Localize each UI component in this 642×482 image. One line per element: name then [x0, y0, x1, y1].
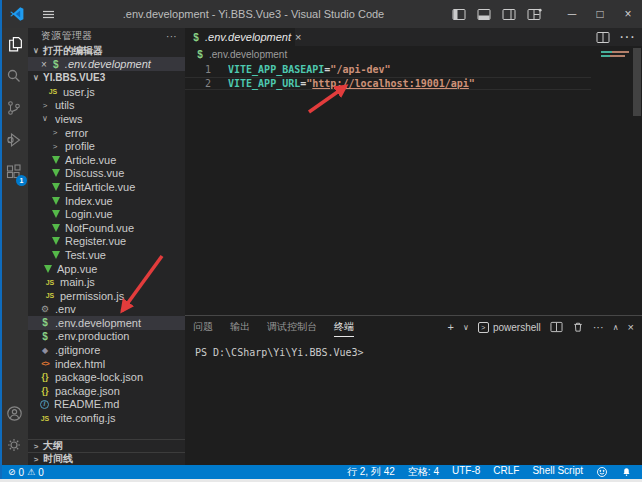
tree-item-app-vue[interactable]: App.vue	[28, 262, 185, 276]
tree-item-index-vue[interactable]: Index.vue	[28, 194, 185, 208]
close-panel-icon[interactable]: ×	[628, 321, 634, 333]
status-item[interactable]: 空格: 4	[408, 465, 439, 479]
tree-item-article-vue[interactable]: Article.vue	[28, 153, 185, 167]
problems-status[interactable]: ⊘ 0 ⚠ 0	[0, 467, 44, 478]
panel-more-actions-icon[interactable]: ···	[593, 321, 604, 333]
customize-layout-icon[interactable]	[527, 8, 542, 21]
tree-item-utils[interactable]: >utils	[28, 99, 185, 113]
status-item[interactable]: Shell Script	[532, 465, 583, 479]
tree-item-main-js[interactable]: JSmain.js	[28, 275, 185, 289]
editor-group: $ .env.development × ··· $ .env.developm…	[185, 28, 642, 315]
feedback-smiley-icon[interactable]	[596, 466, 608, 478]
chevron-down-icon: ∨	[32, 46, 40, 55]
tree-item-package-lock-json[interactable]: {}package-lock.json	[28, 370, 185, 384]
toggle-panel-icon[interactable]	[477, 8, 491, 21]
open-editors-section[interactable]: ∨ 打开的编辑器	[28, 44, 185, 57]
shellscript-icon: $	[195, 49, 205, 60]
tree-item-package-json[interactable]: {}package.json	[28, 384, 185, 398]
tree-item-register-vue[interactable]: Register.vue	[28, 235, 185, 249]
minimap[interactable]	[601, 51, 629, 59]
editor-more-actions-icon[interactable]: ···	[619, 28, 635, 46]
tree-item-index-html[interactable]: <>index.html	[28, 357, 185, 371]
status-item[interactable]: UTF-8	[452, 465, 480, 479]
panel-tab[interactable]: 问题	[193, 317, 213, 337]
close-button[interactable]: ×	[614, 0, 642, 28]
code-line-1[interactable]: 1VITE_APP_BASEAPI="/api-dev"	[185, 63, 642, 77]
tree-item-env-production[interactable]: $.env.production	[28, 330, 185, 344]
status-item[interactable]: CRLF	[493, 465, 519, 479]
toggle-sidebar-icon[interactable]	[452, 8, 466, 21]
window-title: .env.development - Yi.BBS.Vue3 - Visual …	[55, 8, 452, 20]
line-number: 2	[185, 78, 211, 89]
title-bar: .env.development - Yi.BBS.Vue3 - Visual …	[0, 0, 642, 28]
toggle-secondary-sidebar-icon[interactable]	[502, 8, 516, 21]
panel-header: 问题输出调试控制台终端 + ∨ > powershell ··· ∧ ×	[185, 316, 642, 338]
tree-item-label: App.vue	[57, 263, 97, 275]
tree-item-notfound-vue[interactable]: NotFound.vue	[28, 221, 185, 235]
breadcrumb[interactable]: $ .env.development	[185, 46, 642, 62]
project-root-label: YI.BBS.VUE3	[43, 72, 105, 83]
activity-source-control-icon[interactable]	[0, 92, 28, 124]
tree-item-label: permission.js	[60, 290, 124, 302]
panel-tab[interactable]: 调试控制台	[267, 317, 317, 337]
tree-item-editarticle-vue[interactable]: EditArticle.vue	[28, 180, 185, 194]
timeline-section[interactable]: > 时间线	[28, 452, 185, 465]
extensions-badge: 1	[16, 175, 27, 186]
tree-item-gitignore[interactable]: ◆.gitignore	[28, 343, 185, 357]
activity-extensions-icon[interactable]: 1	[0, 156, 28, 188]
tree-item-vite-config-js[interactable]: JSvite.config.js	[28, 411, 185, 425]
tree-item-user-js[interactable]: JSuser.js	[28, 85, 185, 99]
tree-item-label: Discuss.vue	[65, 167, 124, 179]
tab-env-development[interactable]: $ .env.development ×	[185, 28, 295, 46]
menu-icon[interactable]	[42, 8, 55, 21]
terminal-dropdown-icon[interactable]: ∨	[463, 323, 469, 332]
activity-search-icon[interactable]	[0, 60, 28, 92]
error-icon: ⊘	[8, 467, 16, 477]
tree-item-label: views	[55, 113, 83, 125]
tree-item-label: Test.vue	[65, 249, 106, 261]
project-root-section[interactable]: ∨ YI.BBS.VUE3	[28, 71, 185, 84]
tree-item-permission-js[interactable]: JSpermission.js	[28, 289, 185, 303]
activity-run-debug-icon[interactable]	[0, 124, 28, 156]
code-editor[interactable]: 1VITE_APP_BASEAPI="/api-dev"2VITE_APP_UR…	[185, 62, 642, 90]
chevron-down-icon: ∨	[32, 73, 40, 82]
tree-item-env[interactable]: ⚙.env	[28, 303, 185, 317]
panel-tab[interactable]: 终端	[334, 317, 354, 337]
vue-icon	[44, 265, 52, 273]
maximize-panel-icon[interactable]: ∧	[613, 323, 619, 332]
kill-terminal-icon[interactable]	[572, 321, 584, 333]
terminal-output[interactable]: PS D:\CSharp\Yi\Yi.BBS.Vue3>	[185, 338, 642, 358]
split-editor-icon[interactable]	[596, 31, 610, 44]
new-terminal-icon[interactable]: +	[448, 321, 454, 333]
tree-item-profile[interactable]: >profile	[28, 139, 185, 153]
editor-scrollbar[interactable]	[633, 48, 641, 116]
panel-tab[interactable]: 输出	[230, 317, 250, 337]
tree-item-discuss-vue[interactable]: Discuss.vue	[28, 167, 185, 181]
status-item[interactable]: 行 2, 列 42	[347, 465, 395, 479]
tree-item-label: user.js	[63, 86, 95, 98]
tree-item-test-vue[interactable]: Test.vue	[28, 248, 185, 262]
tree-item-login-vue[interactable]: Login.vue	[28, 207, 185, 221]
close-editor-icon[interactable]: ×	[41, 59, 47, 70]
vscode-window: .env.development - Yi.BBS.Vue3 - Visual …	[0, 0, 642, 482]
terminal-shell-selector[interactable]: > powershell	[478, 322, 541, 333]
tree-item-env-development[interactable]: $.env.development	[28, 316, 185, 330]
activity-explorer-icon[interactable]	[0, 28, 28, 60]
tree-item-readme-md[interactable]: iREADME.md	[28, 398, 185, 412]
code-line-2[interactable]: 2VITE_APP_URL="http://localhost:19001/ap…	[185, 77, 591, 91]
tree-item-views[interactable]: ∨views	[28, 112, 185, 126]
tree-item-label: Register.vue	[65, 235, 126, 247]
maximize-button[interactable]: □	[586, 0, 614, 28]
outline-section[interactable]: > 大纲	[28, 439, 185, 452]
tab-close-icon[interactable]: ×	[295, 31, 301, 43]
minimize-button[interactable]: ─	[558, 0, 586, 28]
account-icon[interactable]	[0, 397, 28, 429]
tree-item-label: package-lock.json	[55, 371, 143, 383]
notifications-bell-icon[interactable]	[621, 466, 632, 478]
open-editor-item[interactable]: × $ .env.development	[28, 57, 185, 71]
split-terminal-icon[interactable]	[550, 321, 563, 333]
settings-gear-icon[interactable]	[0, 429, 28, 461]
explorer-more-actions-icon[interactable]: ···	[166, 31, 177, 42]
tree-item-error[interactable]: >error	[28, 126, 185, 140]
sidebar-title: 资源管理器	[41, 29, 93, 43]
